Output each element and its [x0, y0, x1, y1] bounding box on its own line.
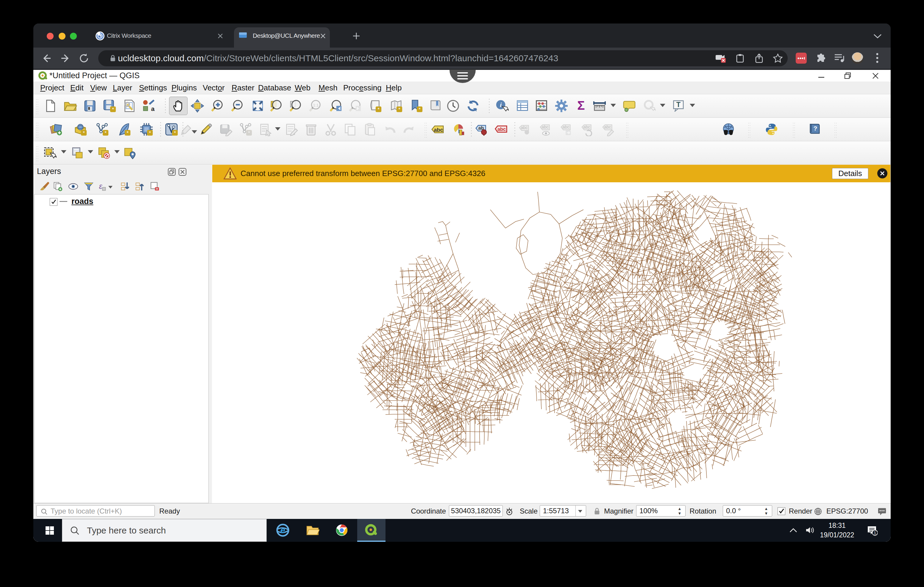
svg-text:?: ?	[813, 125, 817, 132]
svg-text:Σ: Σ	[577, 99, 585, 112]
svg-text:T: T	[676, 101, 680, 109]
svg-text:abc: abc	[434, 127, 443, 133]
svg-text:abc: abc	[521, 125, 528, 130]
svg-text:1: 1	[874, 531, 876, 535]
svg-text:e: e	[280, 525, 285, 535]
svg-text:abc: abc	[563, 125, 569, 129]
svg-text:abc: abc	[497, 127, 506, 132]
svg-text:*: *	[127, 130, 129, 136]
svg-text:*: *	[83, 130, 85, 136]
svg-text:*: *	[378, 107, 380, 112]
svg-text:*: *	[398, 107, 400, 112]
svg-text:*: *	[104, 130, 107, 136]
svg-text:ε: ε	[99, 182, 102, 190]
svg-text:*: *	[149, 130, 151, 136]
svg-text:*: *	[112, 107, 114, 112]
svg-text:*: *	[419, 107, 421, 112]
svg-text:abc: abc	[542, 125, 549, 129]
svg-text:a: a	[151, 105, 155, 112]
svg-text:abc: abc	[604, 125, 611, 129]
svg-text:abc: abc	[584, 125, 590, 129]
svg-text:*: *	[248, 130, 250, 136]
svg-text:1:1: 1:1	[313, 103, 319, 107]
svg-text:*: *	[174, 130, 176, 136]
